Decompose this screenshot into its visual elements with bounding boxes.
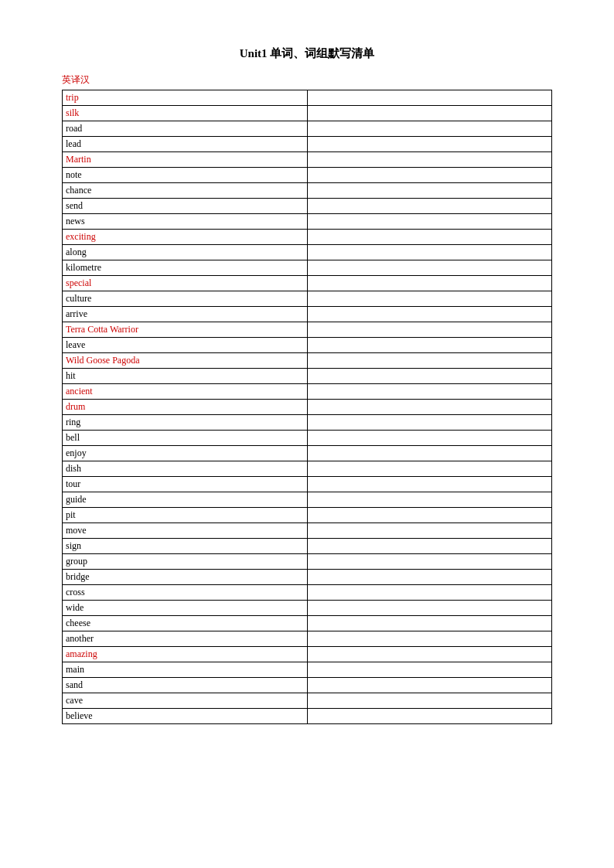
word-cell: kilometre [63, 260, 308, 276]
word-cell: cheese [63, 616, 308, 631]
translation-cell [307, 662, 552, 678]
translation-cell [307, 678, 552, 693]
translation-cell [307, 477, 552, 492]
translation-cell [307, 601, 552, 616]
table-row: Martin [63, 152, 552, 168]
header-label: 英译汉 [62, 73, 552, 87]
table-row: move [63, 523, 552, 539]
translation-cell [307, 539, 552, 554]
word-cell: arrive [63, 307, 308, 322]
translation-cell [307, 245, 552, 260]
table-row: road [63, 121, 552, 137]
translation-cell [307, 230, 552, 245]
table-row: lead [63, 137, 552, 152]
table-row: news [63, 214, 552, 230]
table-row: trip [63, 90, 552, 106]
word-cell: wide [63, 601, 308, 616]
word-cell: ancient [63, 384, 308, 400]
word-cell: move [63, 523, 308, 539]
translation-cell [307, 616, 552, 631]
table-row: sand [63, 678, 552, 693]
table-row: ring [63, 415, 552, 431]
translation-cell [307, 307, 552, 322]
table-row: dish [63, 461, 552, 477]
word-cell: dish [63, 461, 308, 477]
word-cell: silk [63, 106, 308, 121]
word-cell: news [63, 214, 308, 230]
translation-cell [307, 693, 552, 709]
word-cell: lead [63, 137, 308, 152]
translation-cell [307, 384, 552, 400]
translation-cell [307, 276, 552, 291]
table-row: Terra Cotta Warrior [63, 322, 552, 338]
translation-cell [307, 400, 552, 415]
table-row: hit [63, 369, 552, 384]
table-row: pit [63, 508, 552, 523]
translation-cell [307, 523, 552, 539]
translation-cell [307, 446, 552, 461]
table-row: amazing [63, 647, 552, 662]
word-cell: along [63, 245, 308, 260]
word-cell: tour [63, 477, 308, 492]
word-cell: sand [63, 678, 308, 693]
table-row: tour [63, 477, 552, 492]
word-cell: Terra Cotta Warrior [63, 322, 308, 338]
table-row: bell [63, 431, 552, 446]
table-row: note [63, 168, 552, 183]
word-cell: Martin [63, 152, 308, 168]
word-cell: road [63, 121, 308, 137]
word-cell: send [63, 199, 308, 214]
table-row: cave [63, 693, 552, 709]
translation-cell [307, 570, 552, 585]
translation-cell [307, 585, 552, 601]
word-cell: amazing [63, 647, 308, 662]
table-row: main [63, 662, 552, 678]
table-row: group [63, 554, 552, 570]
word-cell: special [63, 276, 308, 291]
word-cell: trip [63, 90, 308, 106]
word-cell: chance [63, 183, 308, 199]
translation-cell [307, 554, 552, 570]
table-row: send [63, 199, 552, 214]
word-cell: bridge [63, 570, 308, 585]
word-cell: ring [63, 415, 308, 431]
word-cell: exciting [63, 230, 308, 245]
word-cell: hit [63, 369, 308, 384]
table-row: enjoy [63, 446, 552, 461]
word-cell: bell [63, 431, 308, 446]
table-row: believe [63, 709, 552, 724]
word-cell: enjoy [63, 446, 308, 461]
word-cell: cross [63, 585, 308, 601]
word-cell: group [63, 554, 308, 570]
word-cell: pit [63, 508, 308, 523]
translation-cell [307, 137, 552, 152]
translation-cell [307, 214, 552, 230]
translation-cell [307, 152, 552, 168]
table-row: special [63, 276, 552, 291]
translation-cell [307, 260, 552, 276]
translation-cell [307, 291, 552, 307]
word-cell: drum [63, 400, 308, 415]
table-row: guide [63, 492, 552, 508]
translation-cell [307, 322, 552, 338]
table-row: Wild Goose Pagoda [63, 353, 552, 369]
table-row: another [63, 631, 552, 647]
translation-cell [307, 415, 552, 431]
table-row: kilometre [63, 260, 552, 276]
translation-cell [307, 369, 552, 384]
word-cell: guide [63, 492, 308, 508]
table-row: leave [63, 338, 552, 353]
translation-cell [307, 647, 552, 662]
table-row: chance [63, 183, 552, 199]
word-cell: note [63, 168, 308, 183]
table-row: drum [63, 400, 552, 415]
table-row: sign [63, 539, 552, 554]
translation-cell [307, 492, 552, 508]
table-row: wide [63, 601, 552, 616]
page-title: Unit1 单词、词组默写清单 [62, 46, 552, 61]
translation-cell [307, 183, 552, 199]
word-cell: Wild Goose Pagoda [63, 353, 308, 369]
translation-cell [307, 121, 552, 137]
translation-cell [307, 709, 552, 724]
translation-cell [307, 90, 552, 106]
